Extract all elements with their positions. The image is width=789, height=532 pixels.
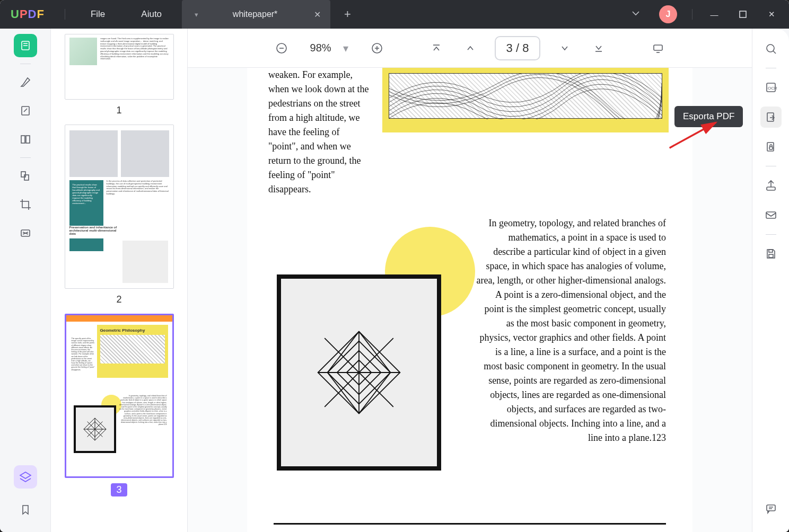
menu-file[interactable]: File bbox=[75, 6, 121, 23]
prev-page-icon[interactable] bbox=[461, 39, 480, 58]
last-page-icon[interactable] bbox=[589, 39, 608, 58]
thumbnails-panel: images are fused. The third area is supp… bbox=[51, 29, 188, 532]
bookmark-icon[interactable] bbox=[14, 498, 37, 521]
svg-point-38 bbox=[767, 45, 774, 52]
user-avatar[interactable]: J bbox=[659, 5, 677, 23]
hero-figure-frame bbox=[382, 68, 669, 132]
presentation-icon[interactable] bbox=[648, 39, 668, 58]
svg-rect-50 bbox=[767, 505, 775, 511]
share-icon[interactable] bbox=[760, 175, 782, 196]
hero-wave-image bbox=[389, 73, 662, 119]
pages-icon[interactable] bbox=[14, 128, 37, 151]
thumb-image-placeholder bbox=[69, 38, 97, 65]
titlebar: UPDF File Aiuto ▾ whitepaper* ✕ + J — ✕ bbox=[0, 0, 789, 29]
zoom-dropdown-icon[interactable]: ▾ bbox=[343, 42, 348, 55]
svg-rect-42 bbox=[767, 113, 774, 121]
menu-help[interactable]: Aiuto bbox=[125, 6, 178, 23]
divider bbox=[692, 9, 692, 20]
svg-marker-10 bbox=[20, 472, 31, 478]
thumbnail-page-3[interactable]: The specific point of the image can be e… bbox=[60, 314, 178, 496]
svg-rect-6 bbox=[26, 136, 30, 143]
page-indicator[interactable]: 3 / 8 bbox=[495, 36, 541, 60]
tab-whitepaper[interactable]: ▾ whitepaper* ✕ bbox=[182, 0, 330, 29]
highlighter-icon[interactable] bbox=[14, 70, 37, 94]
window-close-icon[interactable]: ✕ bbox=[759, 2, 784, 26]
svg-rect-48 bbox=[769, 250, 773, 252]
export-pdf-tooltip: Esporta PDF bbox=[674, 106, 743, 127]
crop-icon[interactable] bbox=[14, 193, 37, 216]
view-toolbar: 98% ▾ 3 / 8 bbox=[188, 29, 752, 68]
edit-page-icon[interactable] bbox=[14, 99, 37, 122]
thumbnail-label: 2 bbox=[116, 294, 121, 305]
body-text-left: weaken. For example, when we look down a… bbox=[268, 68, 369, 197]
svg-line-39 bbox=[773, 51, 776, 54]
svg-rect-49 bbox=[769, 254, 773, 258]
app-logo: UPDF bbox=[11, 7, 45, 21]
thumbnail-page-1[interactable]: images are fused. The third area is supp… bbox=[60, 34, 178, 116]
svg-rect-45 bbox=[769, 147, 773, 149]
divider bbox=[65, 9, 65, 20]
left-tool-rail bbox=[0, 29, 51, 532]
main-area: 98% ▾ 3 / 8 bbox=[188, 29, 752, 532]
tab-title: whitepaper* bbox=[206, 10, 304, 19]
svg-rect-0 bbox=[740, 11, 746, 17]
zoom-out-icon[interactable] bbox=[272, 39, 291, 58]
ocr-icon[interactable]: OCR bbox=[760, 77, 782, 98]
layers-icon[interactable] bbox=[14, 465, 37, 489]
thumbnail-label: 3 bbox=[111, 483, 127, 496]
window-maximize-icon[interactable] bbox=[731, 2, 755, 26]
document-viewport[interactable]: weaken. For example, when we look down a… bbox=[188, 68, 752, 532]
svg-text:OCR: OCR bbox=[768, 86, 777, 91]
thumbnail-label: 1 bbox=[116, 105, 121, 116]
email-icon[interactable] bbox=[760, 205, 782, 226]
svg-rect-47 bbox=[766, 212, 776, 218]
tab-dropdown-icon[interactable]: ▾ bbox=[195, 11, 198, 19]
window-minimize-icon[interactable]: — bbox=[702, 2, 726, 26]
protect-icon[interactable] bbox=[760, 136, 782, 157]
next-page-icon[interactable] bbox=[555, 39, 574, 58]
thumb-heading: Geometric Philosophy bbox=[100, 328, 165, 333]
redact-icon[interactable] bbox=[14, 221, 37, 245]
body-text-right: In geometry, topology, and related branc… bbox=[475, 216, 666, 445]
svg-rect-5 bbox=[21, 136, 25, 143]
organize-pages-icon[interactable] bbox=[14, 164, 37, 188]
svg-rect-46 bbox=[767, 187, 775, 190]
zoom-level[interactable]: 98% ▾ bbox=[306, 42, 353, 55]
zoom-in-icon[interactable] bbox=[367, 39, 387, 58]
right-tool-rail: OCR bbox=[752, 29, 789, 532]
first-page-icon[interactable] bbox=[427, 39, 446, 58]
svg-rect-24 bbox=[654, 45, 662, 50]
comments-icon[interactable] bbox=[760, 498, 782, 519]
thumbnail-page-2[interactable]: The practical results show that through … bbox=[60, 125, 178, 305]
save-icon[interactable] bbox=[760, 243, 782, 264]
page-content: weaken. For example, when we look down a… bbox=[247, 68, 692, 532]
tabs-overflow-icon[interactable] bbox=[622, 4, 650, 25]
geometric-figure bbox=[277, 274, 441, 471]
search-icon[interactable] bbox=[760, 38, 782, 59]
page-footer-rule bbox=[274, 523, 666, 525]
export-pdf-icon[interactable] bbox=[760, 107, 782, 128]
new-tab-button[interactable]: + bbox=[335, 7, 361, 21]
tab-close-icon[interactable]: ✕ bbox=[312, 7, 323, 22]
reader-mode-icon[interactable] bbox=[14, 34, 37, 57]
